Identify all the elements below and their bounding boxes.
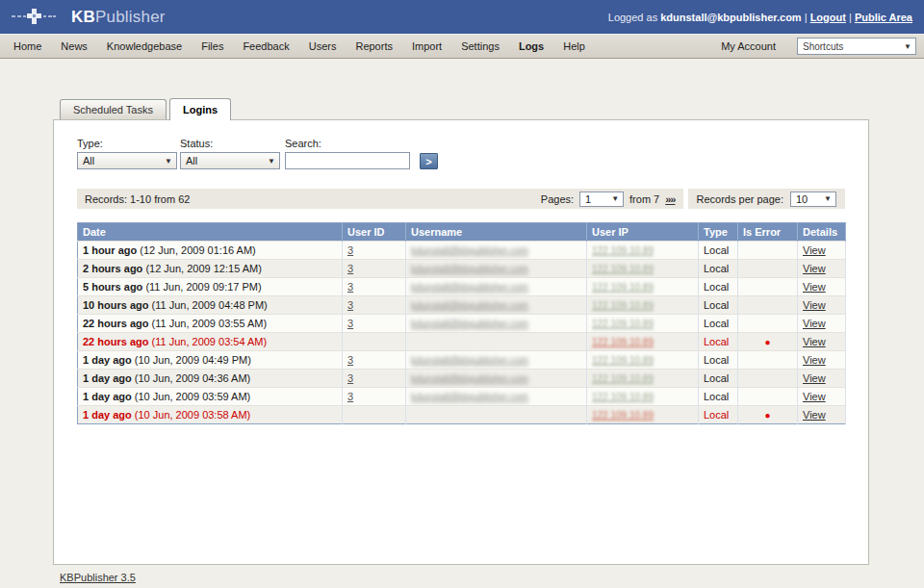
app-logo[interactable]: KBPublisher [12,7,166,28]
cell-is-error [738,278,798,296]
date-absolute: (11 Jun, 2009 03:55 AM) [148,318,267,329]
user-ip-redacted[interactable]: 122.109.10.89 [592,282,654,293]
username-redacted[interactable]: kdunstall@kbpublisher.com [411,300,528,311]
nav-item-help[interactable]: Help [553,40,595,52]
column-header-type: Type [699,223,738,242]
user-ip-redacted[interactable]: 122.109.10.89 [592,319,654,329]
user-id-link[interactable]: 3 [347,391,353,402]
cell-user-id [343,406,406,424]
type-filter-label: Type: [77,138,177,149]
user-ip-redacted[interactable]: 122.109.10.89 [592,245,654,256]
cell-date: 5 hours ago (11 Jun, 2009 09:17 PM) [78,278,343,296]
cell-date: 10 hours ago (11 Jun, 2009 04:48 PM) [78,296,343,315]
username-redacted[interactable]: kdunstall@kbpublisher.com [411,392,528,402]
my-account-link[interactable]: My Account [721,40,776,52]
cell-details: View [798,406,846,424]
username-redacted[interactable]: kdunstall@kbpublisher.com [411,282,528,293]
username-redacted[interactable]: kdunstall@kbpublisher.com [411,319,528,329]
column-header-username: Username [406,223,587,242]
nav-item-reports[interactable]: Reports [346,40,402,52]
date-absolute: (10 Jun, 2009 04:36 AM) [132,372,251,384]
date-relative: 10 hours ago [83,299,148,311]
user-id-link[interactable]: 3 [347,318,353,329]
user-id-link[interactable]: 3 [347,263,353,274]
user-ip-redacted[interactable]: 122.109.10.89 [592,264,654,274]
nav-item-import[interactable]: Import [402,40,451,52]
cell-is-error [738,370,798,388]
user-ip-redacted[interactable]: 122.109.10.89 [592,410,654,421]
status-filter-dropdown[interactable]: All ▼ [180,152,280,169]
cell-user-id [343,333,406,351]
cell-is-error [738,351,798,370]
user-ip-redacted[interactable]: 122.109.10.89 [592,373,654,384]
tab-logins[interactable]: Logins [169,98,231,120]
username-redacted[interactable]: kdunstall@kbpublisher.com [411,373,528,384]
nav-item-files[interactable]: Files [192,40,233,52]
date-absolute: (11 Jun, 2009 04:48 PM) [148,299,267,311]
cell-date: 1 day ago (10 Jun, 2009 04:49 PM) [78,351,343,370]
user-id-link[interactable]: 3 [347,244,353,256]
view-details-link[interactable]: View [803,281,826,293]
cell-user-ip: 122.109.10.89 [587,278,699,296]
user-ip-redacted[interactable]: 122.109.10.89 [592,300,654,311]
cell-details: View [798,351,846,370]
cell-date: 1 day ago (10 Jun, 2009 04:36 AM) [78,370,343,388]
table-row: 22 hours ago (11 Jun, 2009 03:55 AM)3kdu… [78,315,846,333]
pages-label: Pages: [541,193,574,205]
column-header-user-id: User ID [343,223,406,242]
version-link[interactable]: KBPublisher 3.5 [60,572,136,583]
view-details-link[interactable]: View [803,263,826,274]
nav-item-settings[interactable]: Settings [451,40,509,52]
nav-item-knowledgebase[interactable]: Knowledgebase [97,40,192,52]
search-go-button[interactable]: > [420,153,438,169]
chevron-down-icon: ▼ [818,194,832,203]
nav-item-feedback[interactable]: Feedback [233,40,298,52]
nav-right: My Account Shortcuts ▼ [721,38,920,55]
cell-type: Local [699,333,738,351]
per-page-dropdown[interactable]: 10 ▼ [790,192,836,207]
user-ip-redacted[interactable]: 122.109.10.89 [592,355,654,366]
type-filter-dropdown[interactable]: All ▼ [77,152,177,169]
user-ip-redacted[interactable]: 122.109.10.89 [592,337,654,347]
username-redacted[interactable]: kdunstall@kbpublisher.com [411,355,528,366]
date-absolute: (10 Jun, 2009 04:49 PM) [132,354,251,366]
date-relative: 2 hours ago [83,263,142,274]
table-row: 22 hours ago (11 Jun, 2009 03:54 AM)122.… [78,333,846,351]
nav-item-users[interactable]: Users [299,40,346,52]
logged-as-label: Logged as [608,12,657,23]
public-area-link[interactable]: Public Area [855,12,912,23]
logout-link[interactable]: Logout [810,12,846,23]
user-id-link[interactable]: 3 [347,281,353,293]
view-details-link[interactable]: View [803,336,826,347]
username-redacted[interactable]: kdunstall@kbpublisher.com [411,264,528,274]
shortcuts-dropdown[interactable]: Shortcuts ▼ [797,38,916,55]
table-row: 5 hours ago (11 Jun, 2009 09:17 PM)3kdun… [78,278,846,296]
search-input[interactable] [285,152,410,169]
nav-item-logs[interactable]: Logs [509,40,553,52]
next-pages-link[interactable]: »» [665,193,675,205]
view-details-link[interactable]: View [803,372,826,384]
user-id-link[interactable]: 3 [347,299,353,311]
cell-details: View [798,278,846,296]
view-details-link[interactable]: View [803,354,826,366]
user-id-link[interactable]: 3 [347,354,353,366]
user-id-link[interactable]: 3 [347,372,353,384]
table-row: 1 day ago (10 Jun, 2009 04:36 AM)3kdunst… [78,370,846,388]
view-details-link[interactable]: View [803,409,826,421]
view-details-link[interactable]: View [803,244,826,256]
cell-details: View [798,388,846,406]
nav-item-home[interactable]: Home [4,40,51,52]
nav-item-news[interactable]: News [51,40,97,52]
logins-table: DateUser IDUsernameUser IPTypeIs ErrorDe… [77,222,846,424]
view-details-link[interactable]: View [803,299,826,311]
cell-user-ip: 122.109.10.89 [587,333,699,351]
view-details-link[interactable]: View [803,318,826,329]
user-ip-redacted[interactable]: 122.109.10.89 [592,392,654,402]
tab-scheduled-tasks[interactable]: Scheduled Tasks [60,99,167,119]
page-dropdown[interactable]: 1 ▼ [579,192,624,207]
view-details-link[interactable]: View [803,391,826,402]
username-redacted[interactable]: kdunstall@kbpublisher.com [411,245,528,256]
cell-username: kdunstall@kbpublisher.com [406,260,587,278]
per-page-value: 10 [796,193,808,205]
records-bar: Records: 1-10 from 62 Pages: 1 ▼ from 7 … [77,189,845,209]
